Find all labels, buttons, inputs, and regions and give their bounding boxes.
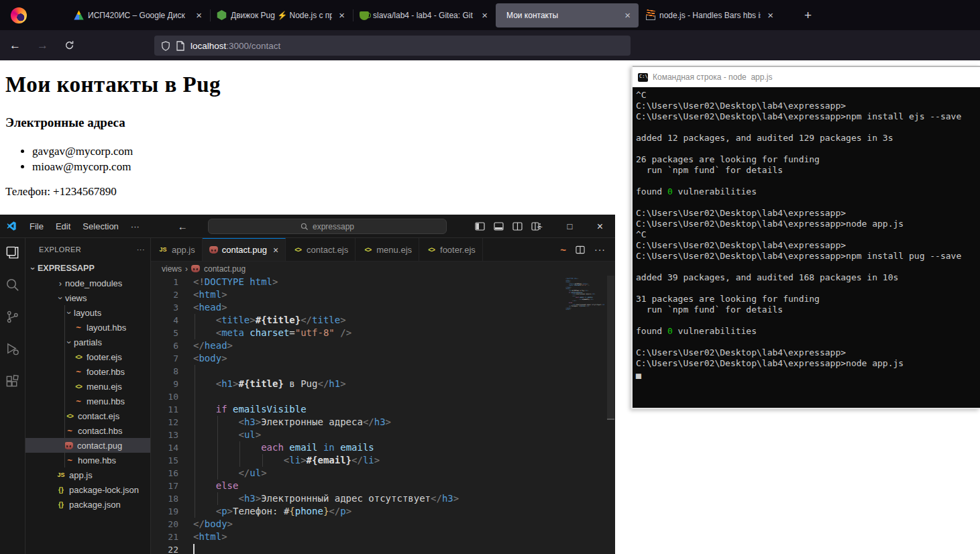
terminal-title-bar[interactable]: C:\_ Командная строка - node app.js xyxy=(633,66,980,87)
tree-item-layouts[interactable]: ›layouts xyxy=(25,305,150,320)
source-control-icon[interactable] xyxy=(5,309,20,325)
tree-item-app.js[interactable]: JSapp.js xyxy=(25,467,150,482)
code-line[interactable]: 21<html> xyxy=(151,531,606,543)
code-line[interactable]: 12 <h3>Электронные адреса</h3> xyxy=(151,416,606,429)
breadcrumb[interactable]: views › contact.pug xyxy=(151,262,615,276)
tree-item-layout.hbs[interactable]: ~layout.hbs xyxy=(25,320,150,335)
page-info-icon[interactable] xyxy=(176,41,184,51)
line-number: 6 xyxy=(151,339,178,352)
tree-item-node_modules[interactable]: ›node_modules xyxy=(25,276,150,290)
tree-item-menu.ejs[interactable]: <>menu.ejs xyxy=(25,379,150,394)
code-editor[interactable]: 1<!DOCTYPE html>2<html>3<head>4 <title>#… xyxy=(151,276,606,554)
menu-selection[interactable]: Selection xyxy=(76,221,124,231)
url-bar[interactable]: localhost:3000/contact xyxy=(154,36,631,56)
editor-tab-contact.pug[interactable]: contact.pug× xyxy=(203,238,286,261)
tree-item-menu.hbs[interactable]: ~menu.hbs xyxy=(25,394,150,408)
search-sidebar-icon[interactable] xyxy=(5,277,20,292)
url-host: localhost xyxy=(190,41,226,51)
tree-item-package.json[interactable]: {}package.json xyxy=(25,497,150,512)
terminal-window[interactable]: C:\_ Командная строка - node app.js ^CC:… xyxy=(631,66,980,409)
toggle-panel-icon[interactable] xyxy=(494,222,504,231)
more-actions-icon[interactable]: ··· xyxy=(594,244,606,255)
firefox-icon[interactable] xyxy=(11,7,27,23)
menu-file[interactable]: File xyxy=(23,221,50,231)
tree-item-contact.ejs[interactable]: <>contact.ejs xyxy=(25,408,150,423)
code-line[interactable]: 20</body> xyxy=(151,518,606,531)
code-line[interactable]: 2<html> xyxy=(151,288,606,301)
editor-tab-contact.ejs[interactable]: <>contact.ejs xyxy=(286,238,356,261)
tree-item-contact.hbs[interactable]: ~contact.hbs xyxy=(25,423,150,438)
line-number: 4 xyxy=(151,314,178,327)
browser-tab[interactable]: ИСП420ИС – Google Диск× xyxy=(67,3,210,27)
editor-scrollbar[interactable] xyxy=(606,276,615,554)
code-line[interactable]: 8 xyxy=(151,365,606,378)
browser-tab[interactable]: slava/lab4 - lab4 - Gitea: Git wit× xyxy=(353,3,496,27)
hbs-icon: ~ xyxy=(64,426,75,436)
tree-item-contact.pug[interactable]: contact.pug xyxy=(25,438,150,453)
explorer-icon[interactable] xyxy=(5,245,20,260)
code-line[interactable]: 7<body> xyxy=(151,352,606,365)
code-line[interactable]: 19 <p>Телефон: #{phone}</p> xyxy=(151,505,606,518)
breadcrumb-folder[interactable]: views xyxy=(162,264,182,274)
tree-item-home.hbs[interactable]: ~home.hbs xyxy=(25,453,150,467)
run-debug-icon[interactable] xyxy=(5,341,20,357)
line-number: 18 xyxy=(151,492,178,505)
code-line[interactable]: 11 if emailsVisible xyxy=(151,403,606,416)
code-line[interactable]: 16 </ul> xyxy=(151,467,606,480)
terminal-line: 26 packages are looking for funding xyxy=(636,154,980,165)
reload-button[interactable] xyxy=(58,38,81,53)
tab-close-button[interactable]: × xyxy=(336,10,347,21)
browser-tab[interactable]: Движок Pug ⚡ Node.js с прим× xyxy=(210,3,353,27)
code-line[interactable]: 22 xyxy=(151,543,606,554)
maximize-button[interactable]: □ xyxy=(555,215,585,238)
tree-item-footer.hbs[interactable]: ~footer.hbs xyxy=(25,364,150,379)
editor-tab-app.js[interactable]: JSapp.js xyxy=(151,238,203,261)
code-line[interactable]: 14 each email in emails xyxy=(151,441,606,454)
code-line[interactable]: 1<!DOCTYPE html> xyxy=(151,276,606,288)
tree-item-partials[interactable]: ›partials xyxy=(25,335,150,349)
code-line[interactable]: 18 <h3>Электроннный адрес отсутствует</h… xyxy=(151,492,606,505)
code-line[interactable]: 9 <h1>#{title} в Pug</h1> xyxy=(151,378,606,390)
hbs-preview-icon[interactable]: ~ xyxy=(560,244,566,256)
code-line[interactable]: 3<head> xyxy=(151,301,606,314)
hbs-icon: ~ xyxy=(73,323,84,333)
new-tab-button[interactable]: + xyxy=(799,7,817,24)
browser-tab[interactable]: node.js - Handles Bars hbs is no× xyxy=(639,3,781,27)
tab-close-button[interactable]: × xyxy=(765,10,776,21)
tree-item-views[interactable]: ›views xyxy=(25,290,150,305)
shield-icon[interactable] xyxy=(161,41,170,51)
close-button[interactable]: × xyxy=(585,215,615,238)
split-editor-icon[interactable] xyxy=(576,245,585,254)
extensions-icon[interactable] xyxy=(5,374,20,389)
tab-close-button[interactable]: × xyxy=(622,10,633,21)
breadcrumb-file[interactable]: contact.pug xyxy=(204,264,246,274)
chevron-down-icon: › xyxy=(64,308,74,317)
tree-item-footer.ejs[interactable]: <>footer.ejs xyxy=(25,349,150,364)
forward-button[interactable]: → xyxy=(30,36,55,55)
menu-edit[interactable]: Edit xyxy=(50,221,76,231)
back-button[interactable]: ← xyxy=(3,36,28,55)
code-line[interactable]: 15 <li>#{email}</li> xyxy=(151,454,606,467)
code-line[interactable]: 4 <title>#{title}</title> xyxy=(151,314,606,327)
editor-back-button[interactable]: ← xyxy=(172,221,193,232)
menu-more[interactable]: ··· xyxy=(125,221,146,231)
code-line[interactable]: 6</head> xyxy=(151,339,606,352)
minimap[interactable]: <!DOCTYPE html><html><head> <title>#{tit… xyxy=(565,278,604,318)
tree-root[interactable]: › EXPRESSAPP xyxy=(25,261,150,276)
toggle-sidebar-icon[interactable] xyxy=(475,222,485,231)
browser-tab[interactable]: Мои контакты× xyxy=(496,3,639,27)
editor-tab-menu.ejs[interactable]: <>menu.ejs xyxy=(356,238,419,261)
code-line[interactable]: 13 <ul> xyxy=(151,429,606,441)
command-center-search[interactable]: expressapp xyxy=(208,219,447,234)
tab-close-button[interactable]: × xyxy=(479,10,490,21)
tab-close-button[interactable]: × xyxy=(193,10,205,21)
split-editor-icon[interactable] xyxy=(512,222,523,231)
minimize-button[interactable]: – xyxy=(525,215,555,238)
code-line[interactable]: 17 else xyxy=(151,480,606,492)
tree-item-package-lock.json[interactable]: {}package-lock.json xyxy=(25,482,150,497)
tab-close-button[interactable]: × xyxy=(273,245,278,256)
editor-tab-footer.ejs[interactable]: <>footer.ejs xyxy=(419,238,483,261)
explorer-more-actions[interactable]: ··· xyxy=(137,245,145,254)
code-line[interactable]: 10 xyxy=(151,390,606,403)
code-line[interactable]: 5 <meta charset="utf-8" /> xyxy=(151,327,606,339)
